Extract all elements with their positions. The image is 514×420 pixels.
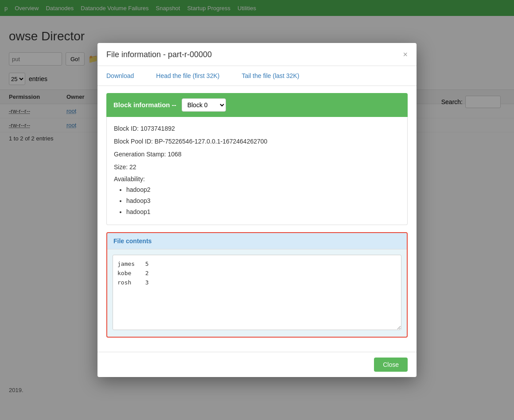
block-info-section: Block information -- Block 0 Block ID: 1…	[106, 93, 408, 226]
file-contents-textarea[interactable]	[113, 255, 401, 330]
file-contents-body	[107, 249, 407, 337]
file-contents-header: File contents	[107, 233, 407, 249]
block-pool-id: Block Pool ID: BP-75226546-127.0.0.1-167…	[114, 137, 400, 146]
modal-close-footer-button[interactable]: Close	[374, 358, 408, 372]
modal-footer: Close	[97, 352, 417, 377]
file-info-modal: File information - part-r-00000 × Downlo…	[97, 43, 417, 377]
modal-body: Block information -- Block 0 Block ID: 1…	[97, 86, 417, 352]
block-id: Block ID: 1073741892	[114, 124, 400, 133]
tab-head-file[interactable]: Head the file (first 32K)	[156, 72, 219, 80]
block-info-body: Block ID: 1073741892 Block Pool ID: BP-7…	[106, 117, 408, 226]
availability-node: hadoop2	[126, 184, 400, 195]
tab-tail-file[interactable]: Tail the file (last 32K)	[241, 72, 299, 80]
block-info-header: Block information -- Block 0	[106, 93, 408, 117]
block-size: Size: 22	[114, 163, 400, 172]
availability-label: Availability:	[114, 175, 400, 183]
file-contents-section: File contents	[106, 232, 408, 338]
modal-title: File information - part-r-00000	[106, 50, 212, 59]
modal-overlay: File information - part-r-00000 × Downlo…	[0, 0, 514, 420]
block-select[interactable]: Block 0	[182, 98, 226, 112]
generation-stamp: Generation Stamp: 1068	[114, 150, 400, 159]
availability-node: hadoop3	[126, 195, 400, 206]
block-info-label: Block information --	[113, 101, 176, 109]
modal-header: File information - part-r-00000 ×	[97, 43, 417, 66]
modal-close-button[interactable]: ×	[403, 51, 408, 58]
availability-node: hadoop1	[126, 206, 400, 218]
tab-download[interactable]: Download	[106, 72, 134, 80]
availability-list: hadoop2 hadoop3 hadoop1	[114, 184, 400, 218]
file-contents-title: File contents	[113, 237, 152, 245]
modal-tabs: Download Head the file (first 32K) Tail …	[97, 66, 417, 86]
